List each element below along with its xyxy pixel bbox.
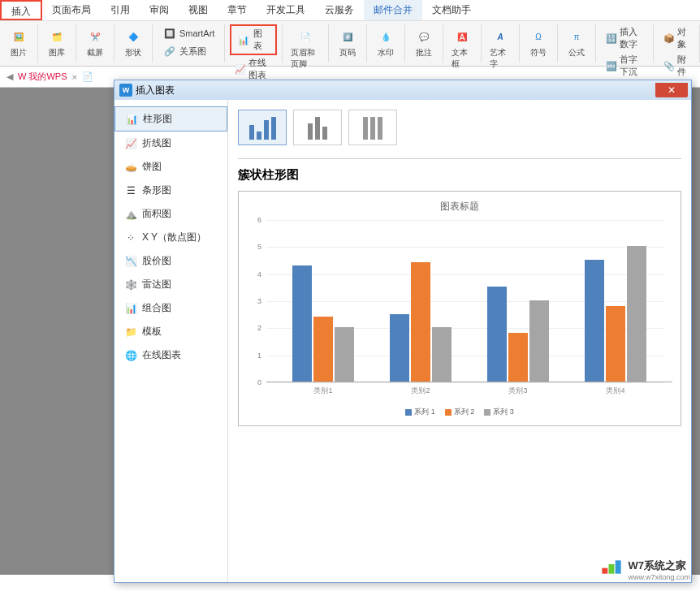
- svg-rect-2: [616, 560, 621, 573]
- menu-insert[interactable]: 插入: [0, 0, 42, 20]
- tab-mywps[interactable]: W 我的WPS: [18, 71, 67, 83]
- online-chart-icon: 📈: [235, 62, 246, 76]
- ribbon-watermark[interactable]: 💧 水印: [372, 24, 400, 60]
- sidebar-item-radar[interactable]: 🕸️ 雷达图: [115, 273, 227, 296]
- ribbon: 🖼️ 图片 🗂️ 图库 ✂️ 截屏 🔷 形状 🔲 SmartArt 🔗: [0, 21, 700, 67]
- menu-section[interactable]: 章节: [218, 0, 257, 20]
- ribbon-online-chart[interactable]: 📈 在线图表: [230, 55, 277, 83]
- ribbon-attachment-label: 附件: [677, 54, 689, 78]
- ribbon-header-footer[interactable]: 📄 页眉和页脚: [287, 24, 323, 71]
- bar-group: [585, 246, 646, 382]
- ribbon-watermark-label: 水印: [378, 47, 394, 58]
- tab-close-button[interactable]: ×: [72, 72, 77, 82]
- ribbon-dropcap-label: 首字下沉: [620, 54, 643, 78]
- menu-layout[interactable]: 页面布局: [42, 0, 101, 20]
- sidebar-item-line[interactable]: 📈 折线图: [115, 132, 227, 155]
- chart-legend: 系列 1系列 2系列 3: [247, 407, 672, 417]
- ribbon-picture-label: 图片: [11, 47, 27, 58]
- ribbon-dropcap[interactable]: 🔤 首字下沉: [601, 52, 648, 80]
- sidebar-item-stock[interactable]: 📉 股价图: [115, 249, 227, 273]
- ribbon-screenshot[interactable]: ✂️ 截屏: [81, 24, 109, 60]
- variant-stacked100[interactable]: [348, 110, 397, 145]
- attachment-icon: 📎: [663, 58, 675, 73]
- menu-cloud[interactable]: 云服务: [315, 0, 364, 20]
- sidebar-item-online[interactable]: 🌐 在线图表: [115, 343, 227, 367]
- sidebar-item-label: 模板: [142, 325, 162, 339]
- ribbon-textbox[interactable]: 🅰️ 文本框: [448, 24, 476, 71]
- sidebar-item-template[interactable]: 📁 模板: [115, 320, 227, 343]
- bar-group: [487, 287, 549, 382]
- sidebar-item-scatter[interactable]: ⁘ X Y（散点图）: [115, 226, 227, 249]
- menu-devtools[interactable]: 开发工具: [257, 0, 315, 20]
- bar: [508, 333, 528, 382]
- bar: [529, 300, 549, 382]
- x-label: 类别2: [411, 386, 430, 396]
- watermark-url: www.w7xitong.com: [628, 573, 690, 581]
- sidebar-item-label: 柱形图: [143, 112, 172, 126]
- ribbon-comment[interactable]: 💬 批注: [410, 24, 438, 60]
- sidebar-item-area[interactable]: ⛰️ 面积图: [115, 202, 227, 226]
- stock-chart-icon: 📉: [124, 255, 137, 268]
- ribbon-comment-label: 批注: [416, 47, 432, 58]
- bar: [390, 314, 409, 382]
- y-tick: 6: [257, 216, 261, 224]
- ribbon-shapes[interactable]: 🔷 形状: [119, 24, 147, 60]
- ribbon-picture[interactable]: 🖼️ 图片: [5, 24, 32, 60]
- ribbon-chart[interactable]: 📊 图表: [230, 24, 277, 55]
- column-chart-icon: 📊: [125, 113, 138, 126]
- menu-dochelper[interactable]: 文档助手: [422, 0, 481, 20]
- symbol-icon: Ω: [528, 26, 549, 47]
- sidebar-item-combo[interactable]: 📊 组合图: [115, 296, 227, 320]
- sidebar-item-column[interactable]: 📊 柱形图: [115, 106, 227, 132]
- ribbon-wordart[interactable]: A 艺术字: [486, 24, 514, 71]
- ribbon-symbol[interactable]: Ω 符号: [525, 24, 552, 60]
- dialog-close-button[interactable]: ✕: [655, 83, 688, 97]
- ribbon-page-number[interactable]: #️⃣ 页码: [334, 24, 361, 60]
- ribbon-equation[interactable]: π 公式: [563, 24, 590, 60]
- menu-review[interactable]: 审阅: [140, 0, 179, 20]
- tab-back-icon[interactable]: ◀: [6, 71, 13, 82]
- variant-stacked[interactable]: [293, 110, 342, 145]
- bar: [487, 287, 507, 382]
- bar: [335, 327, 354, 382]
- variant-clustered[interactable]: [238, 110, 287, 145]
- dialog-titlebar[interactable]: W 插入图表 ✕: [115, 80, 691, 100]
- scatter-chart-icon: ⁘: [124, 231, 137, 244]
- pie-chart-icon: 🥧: [124, 161, 137, 174]
- menu-bar: 插入 页面布局 引用 审阅 视图 章节 开发工具 云服务 邮件合并 文档助手: [0, 0, 700, 21]
- y-tick: 3: [257, 297, 261, 305]
- ribbon-relation-label: 关系图: [179, 45, 206, 58]
- ribbon-smartart[interactable]: 🔲 SmartArt: [158, 24, 219, 42]
- tab-doc-icon[interactable]: 📄: [82, 71, 93, 82]
- bar-group: [390, 262, 452, 382]
- y-tick: 1: [257, 352, 261, 360]
- menu-mailmerge[interactable]: 邮件合并: [364, 0, 422, 20]
- sidebar-item-label: 面积图: [142, 207, 171, 221]
- relation-icon: 🔗: [162, 44, 177, 58]
- menu-view[interactable]: 视图: [179, 0, 218, 20]
- bar: [432, 327, 452, 382]
- sidebar-item-label: 雷达图: [142, 278, 171, 291]
- sidebar-item-pie[interactable]: 🥧 饼图: [115, 155, 227, 179]
- watermark-icon: 💧: [375, 26, 396, 47]
- sidebar-item-bar[interactable]: ☰ 条形图: [115, 179, 227, 202]
- chart-preview[interactable]: 图表标题 0123456 类别1类别2类别3类别4 系列 1系列 2系列 3: [238, 191, 681, 426]
- watermark-logo-icon: [600, 559, 623, 581]
- page-number-icon: #️⃣: [337, 26, 358, 47]
- menu-reference[interactable]: 引用: [101, 0, 140, 20]
- bar-group: [292, 265, 354, 382]
- chart-variants-row: [238, 110, 681, 145]
- ribbon-insert-number[interactable]: 🔢 插入数字: [601, 24, 648, 52]
- ribbon-smartart-label: SmartArt: [179, 28, 214, 38]
- ribbon-attachment[interactable]: 📎 附件: [659, 52, 694, 80]
- ribbon-object[interactable]: 📦 对象: [659, 24, 694, 52]
- comment-icon: 💬: [413, 26, 434, 47]
- radar-chart-icon: 🕸️: [124, 278, 137, 291]
- sidebar-item-label: 饼图: [142, 160, 162, 174]
- combo-chart-icon: 📊: [124, 302, 137, 315]
- ribbon-relation[interactable]: 🔗 关系图: [158, 42, 219, 60]
- dialog-app-icon: W: [119, 84, 132, 97]
- ribbon-page-number-label: 页码: [339, 47, 356, 58]
- ribbon-gallery[interactable]: 🗂️ 图库: [43, 24, 71, 60]
- sidebar-item-label: 在线图表: [142, 348, 181, 362]
